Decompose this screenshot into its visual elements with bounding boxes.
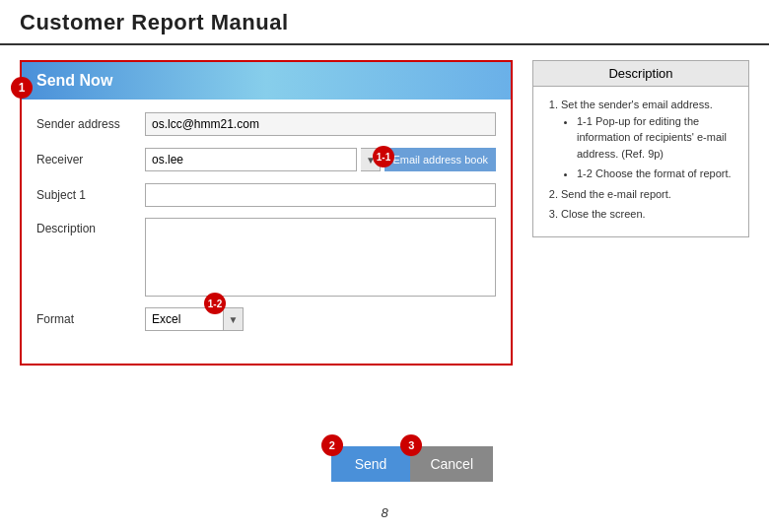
sender-input[interactable] bbox=[145, 112, 496, 136]
format-label: Format bbox=[36, 312, 145, 326]
description-row: Description bbox=[36, 218, 496, 297]
desc-item-1: Set the sender's email address. 1-1 Pop-… bbox=[561, 97, 736, 182]
page-title: Customer Report Manual bbox=[20, 10, 289, 35]
send-now-container: 1 Send Now 1-1 Sender address Receiver bbox=[20, 60, 513, 366]
address-book-button[interactable]: Email address book bbox=[384, 148, 496, 171]
chevron-down-icon: ▼ bbox=[229, 314, 239, 325]
main-content: 1 Send Now 1-1 Sender address Receiver bbox=[0, 45, 769, 526]
sub-badge-1-2: 1-2 bbox=[204, 293, 226, 314]
description-box: Description Set the sender's email addre… bbox=[532, 60, 749, 237]
desc-item-3: Close the screen. bbox=[561, 206, 736, 223]
format-dropdown[interactable]: ▼ bbox=[224, 307, 244, 331]
receiver-label: Receiver bbox=[36, 153, 145, 166]
subject-input[interactable] bbox=[145, 183, 496, 207]
action-buttons: 2 Send 3 Cancel bbox=[331, 446, 493, 482]
cancel-button[interactable]: 3 Cancel bbox=[410, 446, 493, 482]
step1-badge: 1 bbox=[11, 77, 33, 99]
sub-badge-1-1: 1-1 bbox=[373, 146, 394, 167]
receiver-row: Receiver ▼ Email address book bbox=[36, 147, 496, 172]
left-panel: 1 Send Now 1-1 Sender address Receiver bbox=[20, 60, 513, 511]
send-label: Send bbox=[355, 456, 387, 472]
receiver-input-group: ▼ Email address book bbox=[145, 148, 496, 171]
format-row: Format ▼ bbox=[36, 306, 496, 332]
sender-row: Sender address bbox=[36, 111, 496, 137]
desc-item-2: Send the e-mail report. bbox=[561, 186, 736, 203]
description-content: Set the sender's email address. 1-1 Pop-… bbox=[533, 87, 748, 236]
page-number: 8 bbox=[381, 505, 387, 520]
description-label: Description bbox=[36, 218, 145, 235]
receiver-input[interactable] bbox=[145, 148, 357, 171]
send-button[interactable]: 2 Send bbox=[331, 446, 411, 482]
subject-label: Subject 1 bbox=[36, 188, 145, 202]
subject-row: Subject 1 bbox=[36, 182, 496, 208]
description-header: Description bbox=[533, 61, 748, 87]
page-header: Customer Report Manual bbox=[0, 0, 769, 45]
desc-subitem-1-2: 1-2 Choose the format of report. bbox=[577, 166, 736, 182]
send-now-header: Send Now bbox=[22, 62, 511, 100]
right-panel: Description Set the sender's email addre… bbox=[532, 60, 749, 511]
desc-subitem-1-1: 1-1 Pop-up for editing the information o… bbox=[577, 113, 736, 163]
form-area: 1-1 Sender address Receiver ▼ Email addr… bbox=[22, 100, 511, 354]
desc-item-1-text: Set the sender's email address. bbox=[561, 99, 713, 110]
send-now-title: Send Now bbox=[36, 72, 112, 90]
sender-label: Sender address bbox=[36, 117, 145, 131]
format-select-group: ▼ bbox=[145, 307, 244, 331]
cancel-label: Cancel bbox=[430, 456, 473, 472]
badge-2: 2 bbox=[321, 434, 343, 456]
badge-3: 3 bbox=[400, 434, 422, 456]
description-textarea[interactable] bbox=[145, 218, 496, 297]
